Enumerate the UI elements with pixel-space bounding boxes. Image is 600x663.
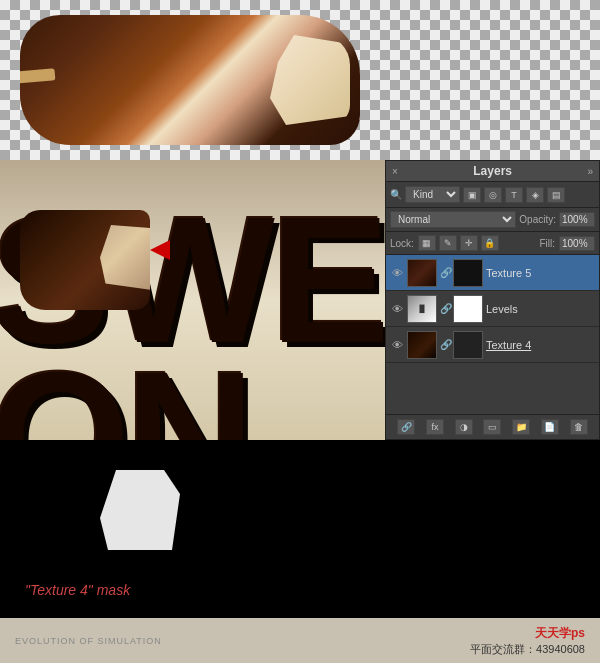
new-adjustment-icon[interactable]: ◑ [455, 419, 473, 435]
layer-item[interactable]: 👁 🔗 Texture 4 [386, 327, 599, 363]
mask-white-shape [100, 470, 180, 550]
layer-visibility-icon[interactable]: 👁 [390, 338, 404, 352]
footer-section: evolution of simulation 天天学ps 平面交流群：4394… [0, 618, 600, 663]
footer-group-text: 平面交流群：43940608 [470, 642, 585, 657]
search-icon: 🔍 [390, 189, 402, 200]
footer-left-text: evolution of simulation [15, 636, 162, 646]
chain-icon: 🔗 [440, 303, 450, 314]
opacity-input[interactable] [559, 212, 595, 227]
new-layer-icon[interactable]: 📄 [541, 419, 559, 435]
filter-shape-icon[interactable]: ◈ [526, 187, 544, 203]
layer-mask-thumbnail [453, 331, 483, 359]
chain-icon: 🔗 [440, 267, 450, 278]
layer-mask-thumbnail [453, 259, 483, 287]
layer-visibility-icon[interactable]: 👁 [390, 266, 404, 280]
texture-mask-label: "Texture 4" mask [25, 582, 130, 598]
new-group-icon[interactable]: 📁 [512, 419, 530, 435]
layer-thumbnail [407, 259, 437, 287]
chocolate-bite [20, 210, 150, 310]
close-icon[interactable]: × [392, 166, 398, 177]
layer-mask-thumbnail [453, 295, 483, 323]
layer-item[interactable]: 👁 ▐▌ 🔗 Levels [386, 291, 599, 327]
layers-list: 👁 🔗 Texture 5 👁 ▐▌ 🔗 Levels 👁 � [386, 255, 599, 363]
lock-label: Lock: [390, 238, 414, 249]
layer-visibility-icon[interactable]: 👁 [390, 302, 404, 316]
footer-site-name: 天天学ps [535, 625, 585, 642]
icecream-image [20, 15, 360, 145]
text-on: ON [0, 345, 250, 440]
expand-icon[interactable]: » [587, 166, 593, 177]
chain-icon: 🔗 [440, 339, 450, 350]
layers-search-row: 🔍 Kind ▣ ◎ T ◈ ▤ [386, 182, 599, 208]
filter-adjust-icon[interactable]: ◎ [484, 187, 502, 203]
fill-label: Fill: [539, 238, 555, 249]
fx-icon[interactable]: fx [426, 419, 444, 435]
adjustment-graph-icon: ▐▌ [417, 305, 427, 312]
lock-row: Lock: ▦ ✎ ✛ 🔒 Fill: [386, 232, 599, 255]
lock-position-icon[interactable]: ✛ [460, 235, 478, 251]
chocolate-inside [100, 225, 150, 290]
filter-smart-icon[interactable]: ▤ [547, 187, 565, 203]
opacity-label: Opacity: [519, 214, 556, 225]
layer-item[interactable]: 👁 🔗 Texture 5 [386, 255, 599, 291]
lock-icons-group: ▦ ✎ ✛ 🔒 [418, 235, 536, 251]
lock-transparent-icon[interactable]: ▦ [418, 235, 436, 251]
delete-layer-icon[interactable]: 🗑 [570, 419, 588, 435]
lock-all-icon[interactable]: 🔒 [481, 235, 499, 251]
lock-pixels-icon[interactable]: ✎ [439, 235, 457, 251]
middle-canvas-section: SWEE ON × Layers » 🔍 Kind ▣ ◎ T ◈ ▤ [0, 160, 600, 440]
layer-name: Texture 4 [486, 339, 595, 351]
layers-panel-title: Layers [473, 164, 512, 178]
layer-name: Texture 5 [486, 267, 595, 279]
icecream-inside [270, 35, 350, 125]
layers-toolbar: 🔗 fx ◑ ▭ 📁 📄 🗑 [386, 414, 599, 439]
icecream-overlay [10, 180, 210, 300]
top-canvas-section [0, 0, 600, 160]
bottom-canvas-section: "Texture 4" mask evolution of simulation… [0, 440, 600, 663]
fill-input[interactable] [559, 236, 595, 251]
layer-thumbnail: ▐▌ [407, 295, 437, 323]
filter-type-icon[interactable]: T [505, 187, 523, 203]
layer-thumbnail [407, 331, 437, 359]
icecream-stick [20, 68, 55, 83]
layers-titlebar: × Layers » [386, 161, 599, 182]
layers-panel: × Layers » 🔍 Kind ▣ ◎ T ◈ ▤ Normal Opaci… [385, 160, 600, 440]
red-arrow-icon [150, 240, 170, 260]
filter-kind-dropdown[interactable]: Kind [405, 186, 460, 203]
link-icon[interactable]: 🔗 [397, 419, 415, 435]
blend-mode-dropdown[interactable]: Normal [390, 211, 516, 228]
blend-mode-row: Normal Opacity: [386, 208, 599, 232]
footer-right-group: 天天学ps 平面交流群：43940608 [470, 625, 585, 657]
filter-pixel-icon[interactable]: ▣ [463, 187, 481, 203]
mask-icon[interactable]: ▭ [483, 419, 501, 435]
layer-name: Levels [486, 303, 595, 315]
